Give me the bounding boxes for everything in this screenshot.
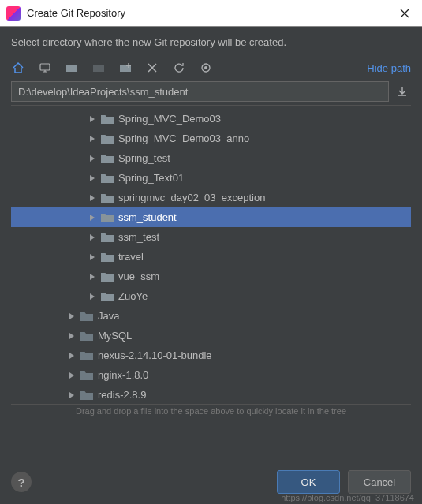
desktop-icon[interactable] bbox=[38, 61, 52, 75]
expand-arrow-icon[interactable] bbox=[68, 312, 76, 320]
module-folder-icon bbox=[91, 61, 106, 75]
expand-arrow-icon[interactable] bbox=[88, 115, 96, 123]
app-icon bbox=[6, 6, 21, 21]
folder-icon bbox=[80, 330, 93, 342]
folder-icon bbox=[80, 350, 93, 361]
folder-icon bbox=[101, 271, 114, 282]
tree-row[interactable]: ZuoYe bbox=[11, 286, 411, 306]
tree-item-label: Spring_MVC_Demo03_anno bbox=[118, 133, 249, 144]
folder-icon bbox=[101, 232, 114, 243]
tree-item-label: nexus-2.14.10-01-bundle bbox=[98, 349, 212, 361]
window-title: Create Git Repository bbox=[27, 7, 394, 19]
expand-arrow-icon[interactable] bbox=[88, 233, 96, 241]
folder-icon bbox=[80, 311, 93, 322]
tree-row[interactable]: Spring_MVC_Demo03_anno bbox=[11, 129, 411, 148]
directory-tree[interactable]: Spring_MVC_Demo03Spring_MVC_Demo03_annoS… bbox=[11, 105, 411, 405]
home-icon[interactable] bbox=[11, 61, 25, 75]
tree-item-label: nginx-1.8.0 bbox=[98, 369, 148, 381]
expand-arrow-icon[interactable] bbox=[88, 155, 96, 162]
tree-item-label: vue_ssm bbox=[118, 271, 159, 282]
hide-path-link[interactable]: Hide path bbox=[367, 62, 411, 74]
expand-arrow-icon[interactable] bbox=[88, 194, 96, 202]
expand-arrow-icon[interactable] bbox=[88, 174, 96, 182]
tree-item-label: Java bbox=[98, 310, 119, 322]
folder-icon bbox=[101, 192, 114, 203]
drag-hint: Drag and drop a file into the space abov… bbox=[11, 406, 411, 416]
tree-item-label: travel bbox=[118, 251, 144, 263]
tree-row[interactable]: Spring_Text01 bbox=[11, 168, 411, 188]
svg-rect-0 bbox=[40, 64, 50, 70]
tree-item-label: MySQL bbox=[98, 330, 132, 342]
expand-arrow-icon[interactable] bbox=[68, 352, 76, 360]
tree-item-label: redis-2.8.9 bbox=[98, 389, 146, 401]
watermark: https://blog.csdn.net/qq_37118674 bbox=[281, 493, 414, 502]
tree-item-label: Spring_MVC_Demo03 bbox=[118, 113, 221, 125]
folder-icon bbox=[80, 390, 93, 401]
cancel-button[interactable]: Cancel bbox=[348, 470, 411, 494]
tree-row[interactable]: nexus-2.14.10-01-bundle bbox=[11, 345, 411, 365]
help-icon[interactable]: ? bbox=[11, 472, 32, 492]
expand-arrow-icon[interactable] bbox=[88, 135, 96, 143]
expand-arrow-icon[interactable] bbox=[88, 214, 96, 222]
expand-arrow-icon[interactable] bbox=[88, 273, 96, 281]
expand-arrow-icon[interactable] bbox=[88, 293, 96, 301]
new-folder-icon[interactable] bbox=[118, 61, 133, 75]
tree-row[interactable]: travel bbox=[11, 247, 411, 267]
tree-row[interactable]: ssm_student bbox=[11, 207, 411, 227]
tree-row[interactable]: nginx-1.8.0 bbox=[11, 365, 411, 385]
refresh-icon[interactable] bbox=[172, 61, 186, 75]
folder-icon bbox=[80, 370, 93, 381]
tree-row[interactable]: Spring_MVC_Demo03 bbox=[11, 109, 411, 129]
path-row bbox=[11, 81, 411, 102]
tree-item-label: Spring_test bbox=[118, 152, 170, 164]
tree-row[interactable]: redis-2.8.9 bbox=[11, 385, 411, 405]
close-button[interactable] bbox=[394, 2, 416, 24]
show-hidden-icon[interactable] bbox=[199, 61, 213, 75]
tree-row[interactable]: vue_ssm bbox=[11, 267, 411, 286]
toolbar: Hide path bbox=[11, 61, 411, 75]
folder-icon bbox=[101, 153, 114, 164]
path-input[interactable] bbox=[11, 81, 389, 102]
tree-item-label: ssm_student bbox=[118, 211, 177, 223]
project-folder-icon[interactable] bbox=[65, 61, 79, 75]
tree-item-label: ssm_test bbox=[118, 231, 159, 243]
apply-path-icon[interactable] bbox=[394, 83, 411, 100]
folder-icon bbox=[101, 133, 114, 144]
tree-row[interactable]: MySQL bbox=[11, 326, 411, 345]
instruction-text: Select directory where the new Git repos… bbox=[11, 36, 411, 48]
tree-item-label: Spring_Text01 bbox=[118, 172, 184, 184]
ok-button[interactable]: OK bbox=[277, 470, 340, 494]
folder-icon bbox=[101, 114, 114, 125]
tree-row[interactable]: Spring_test bbox=[11, 148, 411, 168]
folder-icon bbox=[101, 291, 114, 302]
delete-icon[interactable] bbox=[145, 61, 159, 75]
expand-arrow-icon[interactable] bbox=[88, 253, 96, 261]
svg-point-2 bbox=[204, 66, 207, 69]
tree-row[interactable]: springmvc_day02_03_exception bbox=[11, 188, 411, 207]
expand-arrow-icon[interactable] bbox=[68, 332, 76, 340]
expand-arrow-icon[interactable] bbox=[68, 391, 76, 399]
tree-item-label: springmvc_day02_03_exception bbox=[118, 192, 265, 203]
folder-icon bbox=[101, 212, 114, 223]
folder-icon bbox=[101, 252, 114, 263]
folder-icon bbox=[101, 173, 114, 184]
title-bar: Create Git Repository bbox=[0, 0, 422, 27]
tree-item-label: ZuoYe bbox=[118, 290, 148, 302]
tree-row[interactable]: ssm_test bbox=[11, 227, 411, 247]
tree-row[interactable]: Java bbox=[11, 306, 411, 326]
dialog-content: Select directory where the new Git repos… bbox=[0, 27, 422, 416]
expand-arrow-icon[interactable] bbox=[68, 371, 76, 379]
